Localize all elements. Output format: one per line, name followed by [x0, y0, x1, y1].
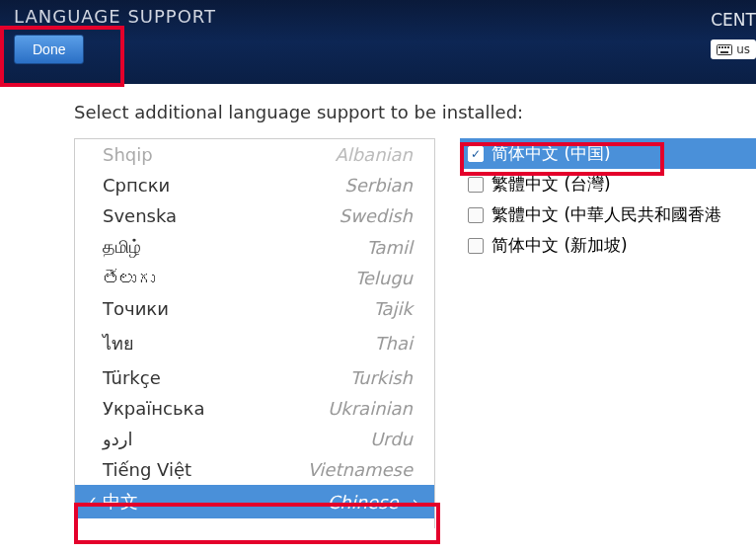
language-english: Tamil	[366, 237, 418, 258]
svg-rect-4	[727, 46, 729, 48]
language-native: தமிழ்	[103, 236, 141, 258]
checkbox[interactable]	[468, 207, 484, 223]
language-row-selected[interactable]: ✓ 中文 Chinese ›	[75, 485, 434, 518]
keyboard-layout-label: us	[736, 42, 750, 56]
language-row[interactable]: ไทย Thai	[75, 324, 434, 362]
checkbox[interactable]	[468, 177, 484, 193]
language-row[interactable]: తెలుగు Telugu	[75, 263, 434, 293]
checkbox[interactable]	[468, 238, 484, 254]
language-row[interactable]: Svenska Swedish	[75, 200, 434, 231]
done-button[interactable]: Done	[14, 35, 84, 64]
variant-label: 繁體中文 (中華人民共和國香港	[491, 203, 721, 226]
chevron-right-icon: ›	[413, 493, 418, 512]
svg-rect-3	[724, 46, 726, 48]
language-native: Shqip	[103, 144, 153, 165]
checkbox-checked[interactable]: ✓	[468, 146, 484, 162]
variant-label: 简体中文 (中国)	[491, 142, 611, 165]
language-native: 中文	[103, 490, 138, 514]
language-english: Turkish	[350, 367, 418, 388]
language-english: Urdu	[370, 429, 418, 449]
svg-rect-1	[718, 46, 720, 48]
language-list[interactable]: Shqip Albanian Српски Serbian Svenska Sw…	[74, 138, 435, 528]
variant-row[interactable]: 简体中文 (新加坡)	[460, 230, 756, 261]
language-row[interactable]: Türkçe Turkish	[75, 362, 434, 393]
language-native: Svenska	[103, 205, 177, 226]
language-native: Точики	[103, 298, 169, 319]
keyboard-icon	[717, 44, 732, 55]
language-row[interactable]: Українська Ukrainian	[75, 393, 434, 424]
variant-row[interactable]: 繁體中文 (中華人民共和國香港	[460, 199, 756, 230]
language-native: اردو	[103, 429, 132, 449]
header-bar: LANGUAGE SUPPORT Done CENT us	[0, 0, 756, 84]
language-english: Serbian	[344, 175, 418, 196]
language-native: Türkçe	[103, 367, 161, 388]
svg-rect-5	[720, 51, 728, 53]
language-english: Tajik	[374, 298, 418, 319]
language-english: Swedish	[340, 205, 418, 226]
language-english: Ukrainian	[328, 398, 418, 419]
language-english: Chinese	[328, 492, 405, 513]
variant-label: 繁體中文 (台灣)	[491, 173, 611, 196]
language-row[interactable]: Точики Tajik	[75, 293, 434, 324]
variant-list[interactable]: ✓ 简体中文 (中国) 繁體中文 (台灣) 繁體中文 (中華人民共和國香港 简体…	[435, 138, 756, 528]
language-row[interactable]: தமிழ் Tamil	[75, 231, 434, 263]
lists-container: Shqip Albanian Српски Serbian Svenska Sw…	[74, 138, 756, 528]
language-native: ไทย	[103, 329, 134, 357]
variant-row[interactable]: 繁體中文 (台灣)	[460, 169, 756, 199]
check-icon: ✓	[85, 493, 98, 512]
language-native: Српски	[103, 175, 170, 196]
variant-row-selected[interactable]: ✓ 简体中文 (中国)	[460, 138, 756, 169]
language-row[interactable]: Tiếng Việt Vietnamese	[75, 454, 434, 485]
svg-rect-2	[721, 46, 723, 48]
language-row[interactable]: اردو Urdu	[75, 424, 434, 454]
variant-label: 简体中文 (新加坡)	[491, 234, 628, 257]
language-native: Українська	[103, 398, 204, 419]
language-english: Albanian	[335, 144, 418, 165]
header-right: CENT us	[711, 0, 756, 59]
language-row[interactable]: Shqip Albanian	[75, 139, 434, 170]
language-english: Telugu	[355, 268, 418, 288]
main-content: Select additional language support to be…	[0, 84, 756, 528]
language-english: Thai	[375, 333, 418, 354]
instruction-text: Select additional language support to be…	[74, 102, 756, 122]
language-native: Tiếng Việt	[103, 459, 191, 480]
language-row[interactable]: Српски Serbian	[75, 170, 434, 200]
keyboard-badge[interactable]: us	[711, 40, 756, 59]
language-native: తెలుగు	[103, 268, 155, 288]
language-english: Vietnamese	[307, 459, 418, 480]
distro-label: CENT	[711, 10, 756, 30]
page-title: LANGUAGE SUPPORT	[14, 6, 742, 27]
